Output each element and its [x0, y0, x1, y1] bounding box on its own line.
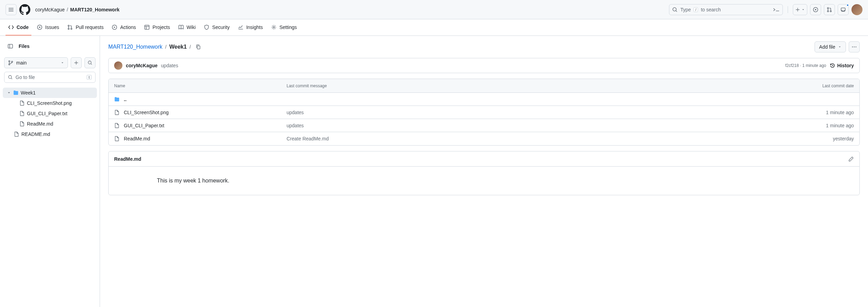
svg-point-13	[273, 26, 275, 28]
branch-select[interactable]: main	[4, 57, 68, 68]
folder-icon	[114, 97, 120, 102]
file-search-placeholder: Go to file	[16, 75, 35, 80]
up-label: ..	[124, 97, 127, 102]
table-row[interactable]: ReadMe.md Create ReadMe.md yesterday	[109, 132, 859, 145]
kebab-icon	[851, 44, 857, 50]
add-file-sidebar-button[interactable]	[71, 57, 82, 68]
search-input[interactable]: Type / to search	[669, 4, 783, 15]
search-placeholder-prefix: Type	[680, 7, 691, 12]
search-icon	[88, 60, 92, 65]
github-logo[interactable]	[19, 4, 30, 15]
caret-down-icon	[838, 45, 841, 49]
table-row[interactable]: GUI_CLI_Paper.txt updates 1 minute ago	[109, 119, 859, 132]
tree-file-label: ReadMe.md	[27, 121, 53, 127]
file-search-kbd: t	[87, 75, 92, 80]
inbox-icon	[840, 7, 846, 12]
sidebar-collapse-button[interactable]	[6, 41, 15, 51]
gear-icon	[271, 24, 277, 30]
path-folder: Week1	[169, 44, 187, 50]
tab-code[interactable]: Code	[6, 20, 31, 36]
play-icon	[112, 24, 117, 30]
sidebar-title: Files	[19, 43, 30, 49]
tab-pulls[interactable]: Pull requests	[64, 20, 106, 36]
create-new-button[interactable]	[793, 4, 807, 15]
history-label: History	[837, 63, 854, 68]
tab-security[interactable]: Security	[201, 20, 232, 36]
notifications-button[interactable]	[838, 4, 849, 15]
file-commit-msg[interactable]: Create ReadMe.md	[287, 136, 799, 141]
file-table-header: Name Last commit message Last commit dat…	[109, 79, 859, 93]
file-commit-msg[interactable]: updates	[287, 123, 799, 128]
file-icon	[114, 110, 120, 115]
command-palette-icon	[773, 7, 780, 12]
tree-file[interactable]: GUI_CLI_Paper.txt	[3, 108, 97, 119]
tree-file-label: CLI_ScreenShot.png	[27, 100, 72, 106]
issue-icon	[813, 7, 818, 12]
shield-icon	[204, 24, 209, 30]
owner-link[interactable]: coryMcKague	[35, 7, 65, 12]
tab-projects[interactable]: Projects	[141, 20, 173, 36]
hamburger-menu-button[interactable]	[6, 4, 17, 15]
svg-point-16	[9, 64, 10, 65]
search-kbd: /	[694, 7, 698, 12]
tab-insights-label: Insights	[246, 24, 263, 30]
tab-issues[interactable]: Issues	[34, 20, 62, 36]
tab-wiki-label: Wiki	[187, 24, 196, 30]
more-options-button[interactable]	[849, 41, 860, 52]
svg-point-4	[827, 10, 829, 12]
commit-avatar[interactable]	[114, 61, 122, 70]
svg-point-0	[673, 8, 676, 11]
history-link[interactable]: History	[830, 63, 854, 68]
commit-message[interactable]: updates	[161, 63, 178, 68]
svg-rect-12	[145, 25, 149, 29]
table-row-up[interactable]: ..	[109, 93, 859, 106]
readme-content: This is my week 1 homework.	[109, 167, 859, 195]
tree-folder-week1[interactable]: Week1	[3, 88, 97, 98]
file-commit-msg[interactable]: updates	[287, 110, 799, 115]
tab-actions-label: Actions	[120, 24, 136, 30]
add-file-button[interactable]: Add file	[815, 41, 846, 52]
svg-point-2	[815, 9, 816, 10]
tab-projects-label: Projects	[152, 24, 170, 30]
svg-point-21	[852, 47, 853, 48]
svg-point-22	[854, 47, 855, 48]
svg-rect-20	[197, 46, 200, 49]
svg-point-18	[88, 61, 91, 64]
issue-icon	[37, 24, 42, 30]
svg-rect-14	[8, 44, 13, 48]
table-row[interactable]: CLI_ScreenShot.png updates 1 minute ago	[109, 106, 859, 119]
github-icon	[19, 4, 30, 15]
file-name: ReadMe.md	[124, 136, 150, 141]
tab-settings[interactable]: Settings	[268, 20, 300, 36]
tree-file[interactable]: CLI_ScreenShot.png	[3, 98, 97, 108]
tab-wiki[interactable]: Wiki	[176, 20, 198, 36]
tree-file[interactable]: README.md	[3, 129, 97, 139]
search-tree-button[interactable]	[84, 57, 96, 68]
file-icon	[19, 121, 25, 127]
latest-commit-box: coryMcKague updates f2cf218 · 1 minute a…	[108, 58, 860, 73]
plus-icon	[795, 7, 800, 12]
edit-readme-button[interactable]	[848, 156, 854, 162]
search-placeholder-suffix: to search	[701, 7, 721, 12]
tab-pulls-label: Pull requests	[76, 24, 103, 30]
book-icon	[178, 24, 184, 30]
commit-sha[interactable]: f2cf218 · 1 minute ago	[785, 63, 826, 68]
svg-point-15	[9, 61, 10, 62]
tree-file[interactable]: ReadMe.md	[3, 119, 97, 129]
file-icon	[14, 131, 19, 137]
tab-actions[interactable]: Actions	[109, 20, 139, 36]
tab-insights[interactable]: Insights	[235, 20, 266, 36]
breadcrumb-separator: /	[67, 7, 68, 12]
user-avatar[interactable]	[851, 4, 862, 15]
path-repo-link[interactable]: MART120_Homework	[108, 44, 162, 50]
file-search-input[interactable]: Go to file t	[4, 72, 96, 83]
readme-filename: ReadMe.md	[114, 156, 141, 162]
commit-user-link[interactable]: coryMcKague	[126, 63, 158, 68]
issues-header-button[interactable]	[810, 4, 821, 15]
pulls-header-button[interactable]	[824, 4, 835, 15]
tree-file-label: README.md	[21, 131, 50, 137]
project-icon	[144, 24, 150, 30]
repo-link[interactable]: MART120_Homework	[70, 7, 119, 12]
copy-path-button[interactable]	[193, 42, 203, 52]
pull-request-icon	[67, 24, 73, 30]
